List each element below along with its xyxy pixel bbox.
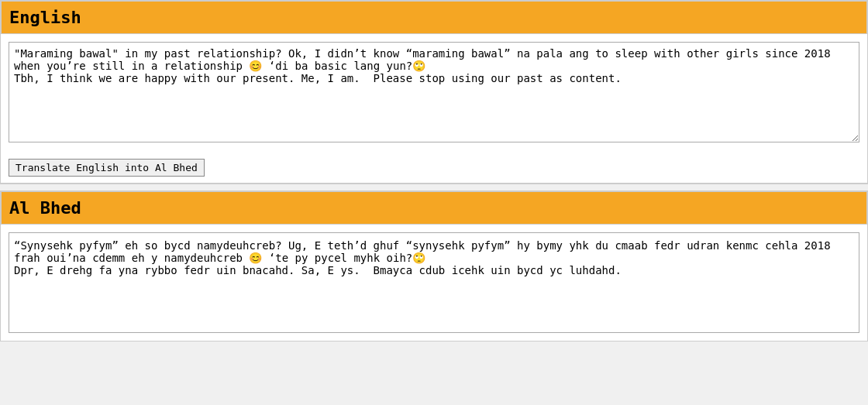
translate-button[interactable]: Translate English into Al Bhed — [9, 159, 205, 177]
english-body — [1, 34, 867, 153]
albhed-header: Al Bhed — [1, 191, 867, 225]
albhed-section: Al Bhed “Synysehk pyfym” eh so bycd namy… — [0, 190, 868, 342]
albhed-body: “Synysehk pyfym” eh so bycd namydeuhcreb… — [1, 225, 867, 341]
english-header: English — [1, 1, 867, 34]
albhed-title: Al Bhed — [9, 198, 859, 218]
english-title: English — [9, 8, 859, 27]
english-section: English Translate English into Al Bhed — [0, 0, 868, 184]
translate-button-row: Translate English into Al Bhed — [1, 153, 867, 184]
english-textarea[interactable] — [9, 42, 859, 142]
albhed-output: “Synysehk pyfym” eh so bycd namydeuhcreb… — [9, 232, 859, 333]
